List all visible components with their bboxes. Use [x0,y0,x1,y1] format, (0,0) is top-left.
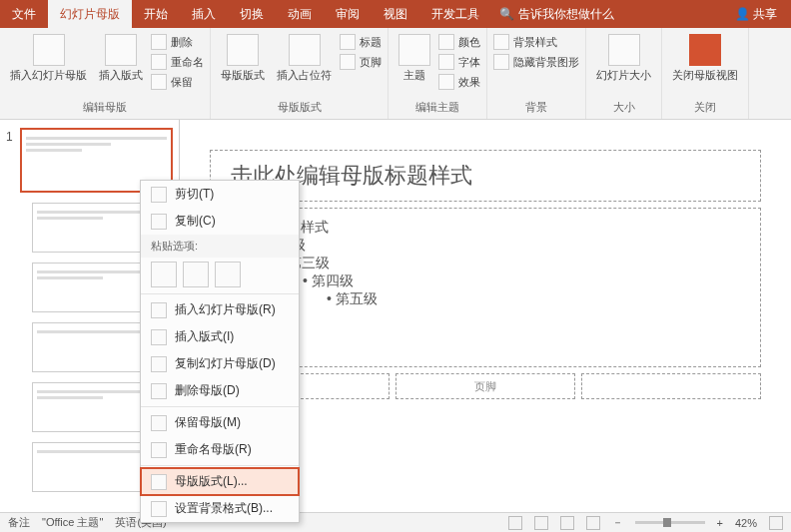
tab-file[interactable]: 文件 [0,0,48,28]
body-level-4: • 第四级 [303,272,740,290]
separator [141,293,299,294]
effects-dropdown[interactable]: 效果 [438,72,480,92]
fonts-dropdown[interactable]: 字体 [438,52,480,72]
slide-master-icon [151,302,167,318]
zoom-in-button[interactable]: + [717,517,723,529]
view-reading-icon[interactable] [560,516,574,530]
rename-icon [151,54,167,70]
group-master-layout: 母版版式 插入占位符 标题 页脚 母版版式 [211,28,389,119]
tab-review[interactable]: 审阅 [324,0,372,28]
master-number: 1 [6,130,13,144]
group-label-background: 背景 [493,98,579,115]
tab-insert[interactable]: 插入 [180,0,228,28]
hide-bg-checkbox[interactable]: 隐藏背景图形 [493,52,579,72]
layout-icon [105,34,137,66]
themes-icon [398,34,430,66]
tab-animation[interactable]: 动画 [276,0,324,28]
title-checkbox[interactable]: 标题 [340,32,382,52]
ctx-copy[interactable]: 复制(C) [141,208,299,235]
status-theme[interactable]: "Office 主题" [42,515,103,530]
view-slideshow-icon[interactable] [586,516,600,530]
ctx-cut[interactable]: 剪切(T) [141,181,299,208]
share-button[interactable]: 👤 共享 [721,6,791,23]
slide-master-icon [33,34,65,66]
group-size: 幻灯片大小 大小 [586,28,662,119]
tab-devtools[interactable]: 开发工具 [419,0,491,28]
ctx-paste-options-label: 粘贴选项: [141,235,299,258]
insert-placeholder-button[interactable]: 插入占位符 [273,32,336,85]
paste-option-3[interactable] [215,262,241,287]
tab-home[interactable]: 开始 [132,0,180,28]
close-master-button[interactable]: 关闭母版视图 [668,32,742,85]
delete-button[interactable]: 删除 [151,32,204,52]
group-label-close: 关闭 [668,98,742,115]
tab-transition[interactable]: 切换 [228,0,276,28]
preserve-icon [151,415,167,431]
tell-me-search[interactable]: 🔍 告诉我你想做什么 [491,0,622,28]
ctx-master-layout[interactable]: 母版版式(L)... [141,468,299,495]
ctx-insert-layout[interactable]: 插入版式(I) [141,323,299,350]
body-level-1: 辑母版文本样式 [231,219,740,237]
zoom-out-button[interactable]: － [612,515,623,530]
checkbox-icon [340,34,356,50]
zoom-level[interactable]: 42% [735,517,757,529]
separator [141,465,299,466]
view-sorter-icon[interactable] [534,516,548,530]
title-bar: 文件 幻灯片母版 开始 插入 切换 动画 审阅 视图 开发工具 🔍 告诉我你想做… [0,0,791,28]
ctx-rename-master[interactable]: 重命名母版(R) [141,436,299,463]
view-normal-icon[interactable] [508,516,522,530]
rename-button[interactable]: 重命名 [151,52,204,72]
ribbon: 插入幻灯片母版 插入版式 删除 重命名 保留 编辑母版 母版版式 插入占位符 标… [0,28,791,120]
ctx-delete-master[interactable]: 删除母版(D) [141,377,299,404]
ctx-format-background[interactable]: 设置背景格式(B)... [141,495,299,522]
slide-size-button[interactable]: 幻灯片大小 [592,32,655,85]
group-label-master-layout: 母版版式 [217,98,382,115]
insert-layout-button[interactable]: 插入版式 [95,32,147,85]
colors-icon [438,34,454,50]
cut-icon [151,187,167,203]
insert-slide-master-button[interactable]: 插入幻灯片母版 [6,32,91,85]
colors-dropdown[interactable]: 颜色 [438,32,480,52]
delete-icon [151,34,167,50]
paste-option-2[interactable] [183,262,209,287]
fit-to-window-icon[interactable] [769,516,783,530]
search-icon: 🔍 [499,7,514,21]
slide-number-placeholder[interactable] [581,373,761,399]
format-bg-icon [151,501,167,517]
delete-icon [151,383,167,399]
preserve-button[interactable]: 保留 [151,72,204,92]
group-label-edit-master: 编辑母版 [6,98,204,115]
zoom-slider[interactable] [635,521,705,524]
ctx-duplicate-slide-master[interactable]: 复制幻灯片母版(D) [141,350,299,377]
separator [141,406,299,407]
group-edit-theme: 主题 颜色 字体 效果 编辑主题 [389,28,487,119]
ribbon-tabs: 文件 幻灯片母版 开始 插入 切换 动画 审阅 视图 开发工具 🔍 告诉我你想做… [0,0,622,28]
footer-checkbox[interactable]: 页脚 [340,52,382,72]
tell-me-label: 告诉我你想做什么 [518,6,614,23]
ctx-preserve-master[interactable]: 保留母版(M) [141,409,299,436]
master-layout-button[interactable]: 母版版式 [217,32,269,85]
tab-slide-master[interactable]: 幻灯片母版 [48,0,132,28]
group-background: 背景样式 隐藏背景图形 背景 [487,28,586,119]
tab-view[interactable]: 视图 [372,0,419,28]
ctx-paste-options [141,258,299,291]
ctx-insert-slide-master[interactable]: 插入幻灯片母版(R) [141,296,299,323]
share-label: 共享 [753,7,777,21]
themes-button[interactable]: 主题 [395,32,434,85]
master-layout-icon [227,34,259,66]
bg-styles-dropdown[interactable]: 背景样式 [493,32,579,52]
layout-icon [151,329,167,345]
body-level-5: • 第五级 [327,290,740,308]
body-level-2: • 第二级 [255,237,740,255]
body-level-3: • 第三级 [279,255,740,272]
status-notes[interactable]: 备注 [8,515,30,530]
slide-size-icon [608,34,640,66]
duplicate-icon [151,356,167,372]
master-layout-icon [151,474,167,490]
fonts-icon [438,54,454,70]
paste-option-1[interactable] [151,262,177,287]
checkbox-icon [340,54,356,70]
context-menu: 剪切(T) 复制(C) 粘贴选项: 插入幻灯片母版(R) 插入版式(I) 复制幻… [140,180,300,523]
bg-styles-icon [493,34,509,50]
footer-placeholder[interactable]: 页脚 [396,373,575,399]
